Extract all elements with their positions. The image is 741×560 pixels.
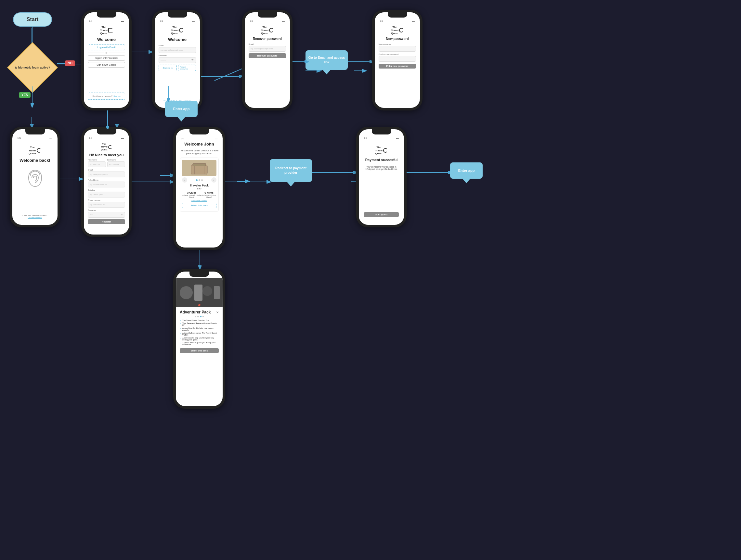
login-email-btn[interactable]: Login with Email: [88, 45, 125, 50]
dot-1: [196, 179, 198, 181]
phone-recover-password: 9:41●●● TheTravelQuest Recover password …: [242, 10, 292, 110]
clues-sub: to throw yourself into the Quest!: [182, 194, 202, 198]
first-name-input[interactable]: e.g. John Doe: [88, 161, 106, 167]
item-3: A matching Card to hold your badge proud…: [180, 327, 219, 331]
logo-area: TheTravelQuest: [249, 23, 286, 35]
canvas: Start Is biometric login active? NO: [0, 0, 741, 560]
view-pack-btn[interactable]: View pack content: [182, 199, 216, 202]
reg-password-label: Password: [88, 209, 125, 211]
address-input[interactable]: e.g. 25 Street Name Ave.: [88, 181, 125, 187]
google-btn[interactable]: Sign in with Google: [88, 62, 125, 68]
adventurer-image: 🎒: [176, 278, 223, 307]
svg-rect-35: [193, 163, 206, 166]
phone-input[interactable]: e.g. +420-035-00-00: [88, 202, 125, 208]
enter-app-2: Enter app: [450, 162, 483, 179]
item-2: Your Personal Badge with your Quester ID…: [180, 322, 219, 326]
select-pack-btn[interactable]: Select this pack: [182, 203, 216, 208]
reg-email-label: Email: [88, 169, 125, 171]
status-bar: 9:41●●●: [88, 19, 125, 23]
phone-payment-success: 9:41●●● TheTravelQuest Payment succesful…: [356, 127, 407, 227]
next-btn[interactable]: ›: [211, 177, 216, 182]
recover-title: Recover password: [249, 37, 286, 41]
reg-email-input[interactable]: e.g. name@example.com: [88, 171, 125, 177]
sign-in-btn[interactable]: Sign me in: [158, 65, 177, 71]
facebook-btn[interactable]: Sign in with Facebook: [88, 55, 125, 61]
notch: [372, 129, 391, 135]
svg-text:🎒: 🎒: [198, 304, 201, 306]
status-bar: 9:41●●●: [180, 137, 219, 140]
enter-new-pw-btn[interactable]: Enter new password: [379, 64, 416, 69]
recover-btn[interactable]: Recover password: [249, 53, 286, 58]
first-name-label: First name: [88, 159, 106, 161]
notch: [190, 271, 209, 277]
dot-a4: [202, 316, 204, 317]
close-btn[interactable]: ✕: [216, 311, 219, 314]
password-input[interactable]: ••••••••👁: [158, 57, 196, 63]
birthday-label: Birthday: [88, 189, 125, 191]
phone-login-email: 9:41●●● TheTravelQuest Welcome Email e.g…: [152, 10, 202, 110]
go-to-email-callout: Go to Email and access link: [306, 50, 348, 70]
confirm-pw-input[interactable]: [379, 56, 416, 62]
phone-pack-select: 9:41●●● Welcome John To start the quest …: [173, 127, 225, 250]
new-pw-label: New password: [379, 43, 416, 45]
svg-point-47: [180, 286, 193, 299]
payment-success-title: Payment succesful: [365, 158, 398, 162]
traveler-pack-card: ‹ › Traveler Pack $35 3 Clues to throw y…: [180, 158, 219, 212]
phone-register: 9:41●●● TheTravelQuest Hi! Nice to meet …: [81, 127, 132, 237]
password-label: Password: [158, 55, 196, 57]
phone-login-welcome: 9:41●●● TheTravelQuest Welcome Login wit…: [81, 10, 132, 110]
no-account-box: Dont have an account? Sign Up: [88, 93, 125, 100]
logo-area: TheTravelQuest: [88, 140, 125, 151]
item-4: A beautifully designed The Travel Quest …: [180, 332, 219, 336]
last-name-label: Last name: [107, 159, 125, 161]
dot-a2: [197, 316, 199, 317]
enter-app-1: Enter app: [165, 101, 198, 117]
welcome-title: Welcome: [88, 37, 125, 42]
payment-success-desc: You will receive your package in 12 days…: [363, 166, 400, 170]
status-bar: 9:41●●●: [158, 19, 196, 23]
pack-price: $35: [182, 187, 216, 190]
notch: [258, 12, 277, 17]
start-node: Start: [13, 12, 52, 27]
pack-image: [182, 160, 216, 176]
reg-password-input[interactable]: ••••••👁: [88, 212, 125, 218]
adventurer-dots: [180, 316, 219, 317]
dot-a3: [200, 316, 202, 317]
welcome-back-text: Welcome back!: [19, 158, 50, 163]
new-pw-input[interactable]: [379, 46, 416, 52]
redirect-payment-callout: Redirect to payment provider: [270, 159, 312, 182]
dot-a1: [195, 316, 196, 317]
logo-area: TheTravelQuest: [88, 23, 125, 35]
change-account-link[interactable]: Change account: [16, 216, 54, 218]
status-bar: 9:41●●●: [88, 137, 125, 140]
prev-btn[interactable]: ‹: [182, 177, 187, 182]
status-bar: 9:41●●●: [249, 19, 286, 23]
register-btn[interactable]: Register: [88, 219, 125, 224]
start-label: Start: [27, 16, 38, 22]
status-bar: 9:41●●●: [363, 137, 400, 140]
enter-app-label-1: Enter app: [173, 107, 190, 111]
svg-rect-48: [194, 285, 202, 301]
pack-nav: ‹ ›: [182, 177, 216, 182]
yes-label: YES: [19, 92, 30, 98]
dot-2: [199, 179, 200, 181]
logo-area: TheTravelQuest: [158, 23, 196, 35]
recover-email-label: Email: [249, 43, 286, 45]
birthday-input[interactable]: day / month / year: [88, 192, 125, 197]
item-1: The Travel Quest Branded Box: [180, 319, 219, 321]
new-password-title: New password: [379, 37, 416, 41]
pack-name: Traveler Pack: [182, 184, 216, 187]
adventurer-title: Adventurer Pack: [180, 310, 211, 314]
select-adventurer-btn[interactable]: Select this pack: [180, 348, 219, 353]
phone-label: Phone number: [88, 199, 125, 201]
notch: [190, 129, 209, 135]
pack-select-title: Welcome John: [180, 142, 219, 147]
svg-point-49: [202, 286, 212, 296]
register-title: Hi! Nice to meet you: [88, 153, 125, 157]
item-6: A Quest book to guide you during your ad…: [180, 342, 219, 346]
last-name-input[interactable]: e.g. John Doe: [107, 161, 125, 167]
start-quest-btn[interactable]: Start Quest: [364, 212, 399, 217]
email-input[interactable]: e.g. name@example.com: [158, 47, 196, 53]
recover-email-input[interactable]: e.g. name@example.com: [249, 46, 286, 52]
forgot-password-btn[interactable]: Forgot password: [178, 65, 196, 71]
